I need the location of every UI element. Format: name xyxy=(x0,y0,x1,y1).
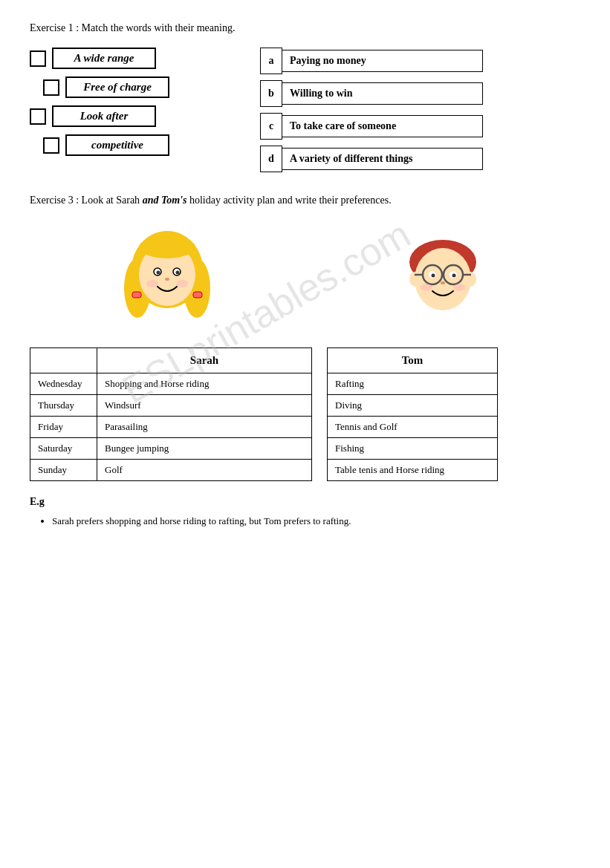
sarah-activity-2: Windsurf xyxy=(97,395,312,417)
svg-point-26 xyxy=(452,274,455,278)
meaning-letter-d: d xyxy=(260,146,282,172)
sarah-row-5: Sunday Golf xyxy=(30,460,312,481)
meaning-text-c: To take care of someone xyxy=(282,115,483,137)
sarah-day-5: Sunday xyxy=(30,460,97,481)
tom-row-2: Diving xyxy=(328,395,498,417)
meaning-letter-c: c xyxy=(260,113,282,140)
svg-point-25 xyxy=(431,274,435,278)
sarah-day-2: Thursday xyxy=(30,395,97,417)
word-row-2: Free of charge xyxy=(30,76,193,98)
word-box-look-after: Look after xyxy=(52,105,156,127)
tom-activity-3: Tennis and Golf xyxy=(328,417,498,438)
eg-list: Sarah prefers shopping and horse riding … xyxy=(30,514,580,529)
sarah-row-2: Thursday Windsurf xyxy=(30,395,312,417)
sarah-activity-4: Bungee jumping xyxy=(97,438,312,460)
tom-row-3: Tennis and Golf xyxy=(328,417,498,438)
tom-activity-2: Diving xyxy=(328,395,498,417)
sarah-activity-3: Parasailing xyxy=(97,417,312,438)
svg-point-27 xyxy=(441,281,445,284)
svg-point-28 xyxy=(421,284,432,291)
svg-point-6 xyxy=(157,271,160,275)
eg-section: E.g Sarah prefers shopping and horse rid… xyxy=(30,496,580,529)
meaning-text-b: Willing to win xyxy=(282,82,483,105)
tom-activity-4: Fishing xyxy=(328,438,498,460)
meaning-row-c: c To take care of someone xyxy=(260,113,498,140)
sarah-activity-1: Shopping and Horse riding xyxy=(97,373,312,395)
tom-row-5: Table tenis and Horse riding xyxy=(328,460,498,481)
checkbox-free-charge[interactable] xyxy=(43,79,59,96)
tables-row: Sarah Wednesday Shopping and Horse ridin… xyxy=(30,347,580,481)
word-row-1: A wide range xyxy=(30,48,193,69)
tom-table: Tom Rafting Diving Tennis and Golf Fishi… xyxy=(327,347,498,481)
svg-point-29 xyxy=(453,284,465,291)
meaning-text-d: A variety of different things xyxy=(282,148,483,170)
sarah-face xyxy=(111,221,223,333)
tom-row-4: Fishing xyxy=(328,438,498,460)
sarah-activity-5: Golf xyxy=(97,460,312,481)
svg-rect-12 xyxy=(132,292,141,298)
meaning-row-d: d A variety of different things xyxy=(260,146,498,172)
eg-label: E.g xyxy=(30,496,580,508)
svg-point-7 xyxy=(176,271,180,275)
sarah-empty-header xyxy=(30,348,97,373)
word-box-wide-range: A wide range xyxy=(52,48,156,69)
svg-point-11 xyxy=(139,236,195,258)
exercise1-container: A wide range Free of charge Look after c… xyxy=(30,48,580,172)
tom-activity-5: Table tenis and Horse riding xyxy=(328,460,498,481)
word-box-free-charge: Free of charge xyxy=(65,76,169,98)
sarah-header: Sarah xyxy=(97,348,312,373)
sarah-day-4: Saturday xyxy=(30,438,97,460)
meaning-letter-b: b xyxy=(260,80,282,107)
svg-point-9 xyxy=(146,280,158,287)
exercise1-title: Exercise 1 : Match the words with their … xyxy=(30,22,580,34)
left-words-list: A wide range Free of charge Look after c… xyxy=(30,48,193,172)
right-meanings-list: a Paying no money b Willing to win c To … xyxy=(260,48,498,172)
svg-point-10 xyxy=(176,280,188,287)
tom-activity-1: Rafting xyxy=(328,373,498,395)
checkbox-wide-range[interactable] xyxy=(30,50,46,67)
word-row-3: Look after xyxy=(30,105,193,127)
meaning-row-b: b Willing to win xyxy=(260,80,498,107)
sarah-day-3: Friday xyxy=(30,417,97,438)
checkbox-competitive[interactable] xyxy=(43,137,59,154)
meaning-text-a: Paying no money xyxy=(282,50,483,72)
exercise3-title: Exercise 3 : Look at Sarah and Tom's hol… xyxy=(30,195,580,206)
sarah-table: Sarah Wednesday Shopping and Horse ridin… xyxy=(30,347,312,481)
checkbox-look-after[interactable] xyxy=(30,108,46,125)
meaning-letter-a: a xyxy=(260,48,282,74)
characters-row xyxy=(30,221,580,333)
sarah-row-1: Wednesday Shopping and Horse riding xyxy=(30,373,312,395)
tom-face xyxy=(387,221,499,333)
tom-row-1: Rafting xyxy=(328,373,498,395)
tom-header: Tom xyxy=(328,348,498,373)
sarah-day-1: Wednesday xyxy=(30,373,97,395)
sarah-row-3: Friday Parasailing xyxy=(30,417,312,438)
eg-item-1: Sarah prefers shopping and horse riding … xyxy=(52,514,580,529)
word-row-4: competitive xyxy=(30,134,193,156)
meaning-row-a: a Paying no money xyxy=(260,48,498,74)
svg-rect-13 xyxy=(193,292,202,298)
svg-point-8 xyxy=(165,278,169,281)
sarah-row-4: Saturday Bungee jumping xyxy=(30,438,312,460)
word-box-competitive: competitive xyxy=(65,134,169,156)
